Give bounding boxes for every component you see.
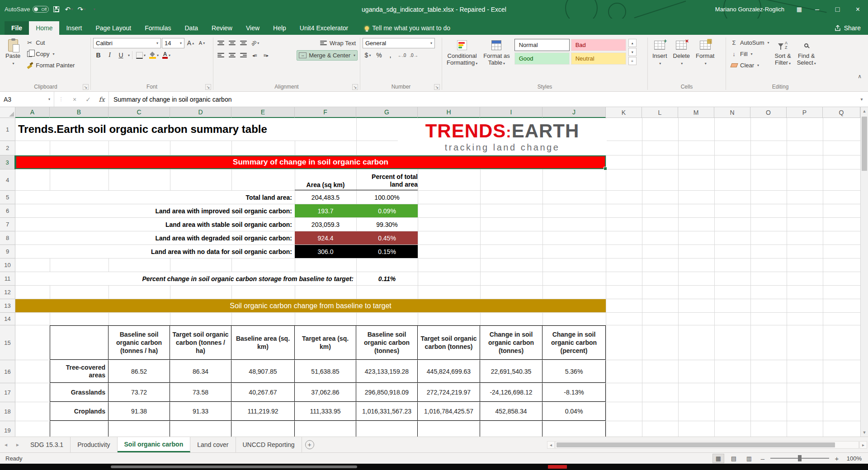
cell-B17-row-label[interactable]: Grasslands (50, 383, 108, 402)
insert-function-button[interactable]: fx (95, 92, 108, 107)
column-header-L[interactable]: L (642, 107, 678, 118)
enter-button[interactable]: ✓ (81, 92, 95, 107)
percent-style-button[interactable]: % (374, 50, 384, 61)
scroll-right-button[interactable]: ▸ (859, 441, 867, 449)
cell-F9-nodata-area[interactable]: 306.0 (295, 245, 356, 258)
zoom-out-button[interactable]: – (759, 455, 767, 462)
row-header-3[interactable]: 3 (0, 155, 15, 169)
cell-total-land-label[interactable]: Total land area: (15, 191, 295, 204)
tab-help[interactable]: Help (266, 21, 293, 35)
cell-D19[interactable] (170, 421, 231, 437)
sheet-nav-left-button[interactable]: ◂ (0, 437, 12, 452)
cell-J18[interactable]: 0.04% (542, 402, 606, 421)
column-header-H[interactable]: H (418, 107, 480, 118)
align-left-button[interactable] (216, 50, 226, 61)
increase-indent-button[interactable]: ≡▸ (261, 50, 271, 61)
row-header-5[interactable]: 5 (0, 191, 15, 204)
cell-style-neutral[interactable]: Neutral (571, 52, 626, 65)
ribbon-display-options-button[interactable]: ▦ (792, 4, 807, 15)
merge-center-button[interactable]: ↔Merge & Center▾ (297, 50, 358, 61)
fill-handle[interactable] (604, 167, 607, 170)
cell-degraded-label[interactable]: Land area with degraded soil organic car… (15, 231, 295, 244)
number-dialog-launcher[interactable]: ↘ (434, 84, 440, 90)
row-header-1[interactable]: 1 (0, 118, 15, 141)
cell-I17[interactable]: -24,126,698.12 (480, 383, 542, 402)
tab-unit4-excelerator[interactable]: Unit4 Excelerator (293, 21, 355, 35)
tab-formulas[interactable]: Formulas (138, 21, 178, 35)
column-header-I[interactable]: I (480, 107, 542, 118)
cell-F17[interactable]: 37,062.86 (295, 383, 356, 402)
tell-me-box[interactable]: Tell me what you want to do (365, 21, 450, 35)
cell-D18[interactable]: 91.33 (170, 402, 231, 421)
cell-F16[interactable]: 51,638.85 (295, 360, 356, 383)
page-break-preview-button[interactable]: ▥ (743, 454, 755, 463)
scroll-up-button[interactable]: ▲ (861, 107, 868, 115)
cancel-button[interactable]: × (68, 92, 81, 107)
cell-I19[interactable] (480, 421, 542, 437)
orientation-button[interactable]: ab▾ (250, 38, 260, 48)
increase-decimal-button[interactable]: ←.0 (396, 50, 407, 61)
delete-cells-button[interactable]: × Delete▾ (671, 38, 693, 82)
fill-color-button[interactable]: ▾ (148, 50, 160, 61)
middle-align-button[interactable] (227, 38, 237, 48)
cell-G4-percent-header[interactable]: Percent of totalland area (356, 169, 418, 190)
cell-J15-header[interactable]: Change in soil organic carbon (percent) (542, 325, 606, 360)
column-header-E[interactable]: E (231, 107, 295, 118)
insert-cells-button[interactable]: + Insert▾ (650, 38, 670, 82)
cell-style-bad[interactable]: Bad (571, 39, 626, 51)
cell-G11-pct-change-value[interactable]: 0.11% (356, 272, 418, 285)
borders-button[interactable]: ▾ (135, 50, 147, 61)
gallery-up-button[interactable]: ▴ (628, 39, 637, 47)
column-header-K[interactable]: K (606, 107, 642, 118)
normal-view-button[interactable]: ▦ (712, 454, 724, 463)
cell-B16-row-label[interactable]: Tree-covered areas (50, 360, 108, 383)
cell-H17[interactable]: 272,724,219.97 (418, 383, 480, 402)
cell-E17[interactable]: 40,267.67 (231, 383, 295, 402)
tab-home[interactable]: Home (29, 21, 59, 35)
tab-view[interactable]: View (239, 21, 266, 35)
select-all-button[interactable] (0, 107, 15, 118)
row-header-7[interactable]: 7 (0, 218, 15, 231)
cell-D17[interactable]: 73.58 (170, 383, 231, 402)
customize-qat-button[interactable]: ▾ (89, 4, 99, 15)
cell-G15-header[interactable]: Baseline soil organic carbon (tonnes) (356, 325, 418, 360)
cell-G9-nodata-percent[interactable]: 0.15% (356, 245, 418, 258)
cell-G6-improved-percent[interactable]: 0.09% (356, 204, 418, 217)
column-header-J[interactable]: J (542, 107, 606, 118)
cell-H18[interactable]: 1,016,784,425.57 (418, 402, 480, 421)
format-as-table-button[interactable]: Format asTable▾ (481, 38, 512, 82)
row-header-13[interactable]: 13 (0, 299, 15, 313)
cell-B15[interactable] (50, 325, 108, 360)
cell-D15-header[interactable]: Target soil organic carbon (tonnes / ha) (170, 325, 231, 360)
grow-font-button[interactable]: A▴ (185, 38, 196, 48)
cell-F19[interactable] (295, 421, 356, 437)
cell-style-normal[interactable]: Normal (514, 39, 570, 51)
sort-filter-button[interactable]: AZ Sort &Filter▾ (773, 38, 793, 82)
row-header-2[interactable]: 2 (0, 141, 15, 155)
cell-I16[interactable]: 22,691,540.35 (480, 360, 542, 383)
cell-E15-header[interactable]: Baseline area (sq. km) (231, 325, 295, 360)
underline-button[interactable]: U (116, 50, 126, 61)
zoom-slider[interactable] (770, 458, 829, 459)
horizontal-scrollbar[interactable]: ◂ ▸ (546, 437, 868, 452)
cell-I15-header[interactable]: Change in soil organic carbon (tonnes) (480, 325, 542, 360)
bold-button[interactable]: B (93, 50, 104, 61)
cell-J16[interactable]: 5.36% (542, 360, 606, 383)
sheet-tab-unccd-reporting[interactable]: UNCCD Reporting (236, 437, 302, 452)
cell-H15-header[interactable]: Target soil organic carbon (tonnes) (418, 325, 480, 360)
cell-J19[interactable] (542, 421, 606, 437)
cell-B19[interactable] (50, 421, 108, 437)
fill-button[interactable]: ↓Fill▾ (728, 49, 771, 59)
cell-B18-row-label[interactable]: Croplands (50, 402, 108, 421)
autosum-button[interactable]: ΣAutoSum▾ (728, 38, 771, 48)
sheet-tab-land-cover[interactable]: Land cover (190, 437, 236, 452)
row-header-12[interactable]: 12 (0, 286, 15, 299)
autosave-switch[interactable]: Off (33, 6, 49, 13)
format-painter-button[interactable]: Format Painter (24, 60, 76, 70)
cell-style-good[interactable]: Good (514, 52, 570, 65)
column-header-F[interactable]: F (295, 107, 356, 118)
sheet-tab-productivity[interactable]: Productivity (71, 437, 117, 452)
decrease-indent-button[interactable]: ◂≡ (250, 50, 260, 61)
cell-change-banner[interactable]: Soil organic carbon change from baseline… (15, 299, 606, 312)
align-right-button[interactable] (238, 50, 249, 61)
